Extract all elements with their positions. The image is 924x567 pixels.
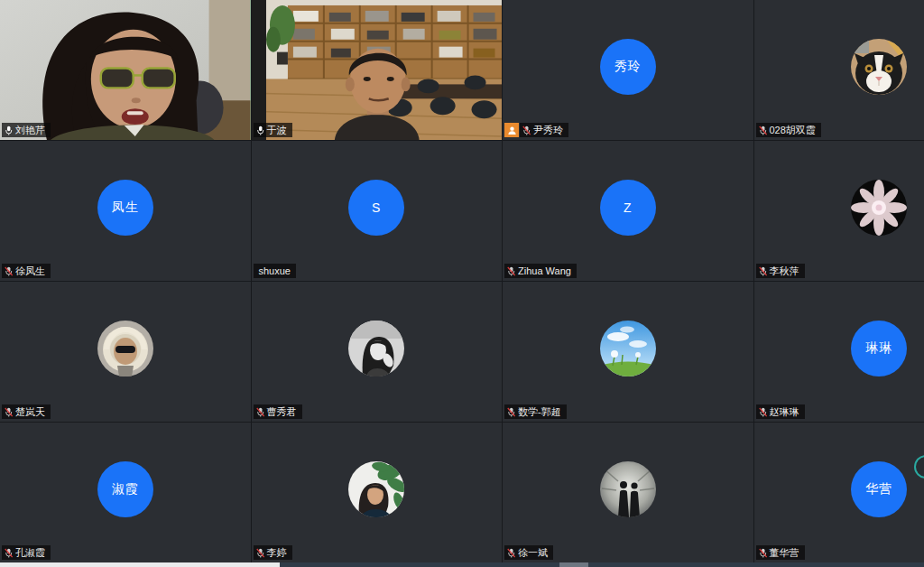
participant-tile[interactable]: 华营 董华营 <box>754 423 924 562</box>
mic-muted-icon <box>759 125 767 136</box>
avatar-text: 淑霞 <box>112 481 139 497</box>
scrollbar-segment[interactable] <box>559 562 588 567</box>
flower-photo <box>851 180 907 236</box>
participant-name: 董华营 <box>770 546 799 560</box>
meeting-window: 刘艳芹 <box>0 0 924 567</box>
mic-muted-icon <box>5 547 13 559</box>
avatar-initials: Z <box>600 180 656 236</box>
avatar-initials: 凤生 <box>97 180 153 236</box>
participant-nameplate: 曹秀君 <box>254 404 302 419</box>
name-label: 尹秀玲 <box>520 123 568 137</box>
participant-grid: 刘艳芹 <box>0 0 924 562</box>
name-label: 李秋萍 <box>756 264 805 278</box>
participant-tile[interactable]: 琳琳 赵琳琳 <box>754 282 924 422</box>
participant-tile[interactable]: 刘艳芹 <box>0 0 251 140</box>
mouth <box>122 108 149 125</box>
avatar-initials: 秀玲 <box>600 39 656 95</box>
couple-silhouette-photo <box>600 461 656 517</box>
video-feed-woman <box>0 0 251 140</box>
avatar-photo <box>348 461 404 517</box>
participant-tile[interactable]: 秀玲 尹秀玲 <box>503 0 753 140</box>
name-label: 董华营 <box>756 545 805 560</box>
participant-name: 徐一斌 <box>518 546 548 560</box>
mic-muted-icon <box>522 125 531 136</box>
participant-nameplate: 李婷 <box>254 545 292 560</box>
participant-tile[interactable]: Sshuxue <box>252 141 503 281</box>
participant-tile[interactable]: 楚岚天 <box>0 282 251 422</box>
participant-tile[interactable]: 李婷 <box>252 423 503 562</box>
mic-muted-icon <box>507 547 515 559</box>
participant-tile[interactable]: 李秋萍 <box>754 141 924 281</box>
host-badge-icon <box>504 123 519 137</box>
woman-plant-photo <box>348 461 404 517</box>
scrollbar-segment[interactable] <box>280 562 924 567</box>
avatar-initials: S <box>348 180 404 236</box>
participant-nameplate: 孔淑霞 <box>2 545 51 560</box>
participant-nameplate: 刘艳芹 <box>2 123 51 137</box>
participant-nameplate: 赵琳琳 <box>756 404 805 419</box>
name-label: 曹秀君 <box>254 404 302 419</box>
participant-name: 楚岚天 <box>15 405 45 419</box>
participant-nameplate: Zihua Wang <box>504 264 577 278</box>
sky-grass-photo <box>600 321 656 376</box>
name-label: 028胡双霞 <box>756 123 821 137</box>
avatar-text: S <box>372 200 381 215</box>
participant-tile[interactable]: 028胡双霞 <box>754 0 924 140</box>
avatar-text: 琳琳 <box>865 340 892 357</box>
avatar-photo <box>600 321 656 376</box>
participant-name: 李秋萍 <box>770 265 799 278</box>
avatar-text: Z <box>624 200 633 215</box>
mic-muted-icon <box>507 265 515 277</box>
participant-tile[interactable]: 于波 <box>252 0 503 140</box>
participant-tile[interactable]: 凤生 徐凤生 <box>0 141 251 281</box>
participant-name: shuxue <box>259 265 291 276</box>
mic-muted-icon <box>5 406 13 418</box>
participant-name: 李婷 <box>267 546 287 560</box>
name-label: 徐凤生 <box>2 264 51 278</box>
bw-portrait-photo <box>348 321 404 376</box>
participant-nameplate: 尹秀玲 <box>504 123 568 137</box>
participant-tile[interactable]: 徐一斌 <box>503 423 753 562</box>
name-label: 刘艳芹 <box>2 123 51 137</box>
name-label: Zihua Wang <box>504 264 577 278</box>
name-label: 徐一斌 <box>504 545 553 560</box>
participant-name: Zihua Wang <box>518 265 571 276</box>
mic-muted-icon <box>5 265 13 277</box>
mic-muted-icon <box>759 547 767 559</box>
avatar-text: 秀玲 <box>614 59 642 75</box>
participant-name: 尹秀玲 <box>533 124 563 137</box>
participant-name: 028胡双霞 <box>770 124 816 137</box>
name-label: 赵琳琳 <box>756 404 805 419</box>
participant-nameplate: 徐一斌 <box>504 545 553 560</box>
name-label: shuxue <box>254 264 296 278</box>
participant-tile[interactable]: 淑霞 孔淑霞 <box>0 423 251 562</box>
hooded-person-photo <box>97 321 153 376</box>
mic-muted-icon <box>256 406 264 418</box>
participant-name: 曹秀君 <box>267 405 297 419</box>
avatar-photo <box>348 321 404 376</box>
participant-tile[interactable]: 数学-郭超 <box>503 282 753 422</box>
avatar-initials: 华营 <box>851 461 907 517</box>
participant-nameplate: 徐凤生 <box>2 264 51 278</box>
scrollbar-segment[interactable] <box>0 562 280 567</box>
glasses-right-lens <box>143 69 175 88</box>
participant-name: 数学-郭超 <box>518 405 561 419</box>
bottom-scrollbar[interactable] <box>0 562 924 567</box>
avatar-photo <box>600 461 656 517</box>
participant-name: 徐凤生 <box>15 265 45 278</box>
participant-tile[interactable]: Z Zihua Wang <box>503 141 753 281</box>
mic-on-icon <box>256 125 264 136</box>
participant-name: 刘艳芹 <box>15 124 45 137</box>
mic-muted-icon <box>507 406 515 418</box>
avatar-text: 华营 <box>865 481 892 497</box>
participant-name: 孔淑霞 <box>15 546 45 560</box>
participant-nameplate: shuxue <box>254 264 296 278</box>
participant-tile[interactable]: 曹秀君 <box>252 282 503 422</box>
name-label: 于波 <box>254 123 292 137</box>
participant-nameplate: 于波 <box>254 123 292 137</box>
participant-nameplate: 数学-郭超 <box>504 404 567 419</box>
name-label: 孔淑霞 <box>2 545 51 560</box>
avatar-text: 凤生 <box>112 200 139 216</box>
avatar-initials: 琳琳 <box>851 321 907 376</box>
participant-name: 赵琳琳 <box>770 405 799 419</box>
